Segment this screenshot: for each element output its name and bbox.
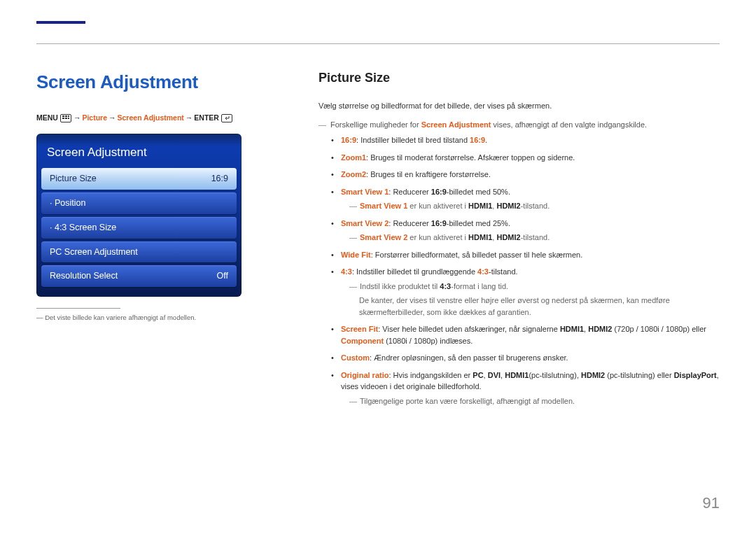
page-number: 91 — [703, 491, 720, 514]
osd-row-pc-screen-adjustment[interactable]: PC Screen Adjustment — [41, 241, 237, 263]
osd-row-label: PC Screen Adjustment — [50, 246, 138, 259]
option-wide-fit: Wide Fit: Forstørrer billedformatet, så … — [331, 249, 724, 261]
svg-rect-0 — [62, 115, 64, 117]
options-list: 16:9: Indstiller billedet til bred tilst… — [318, 134, 724, 407]
option-169: 16:9: Indstiller billedet til bred tilst… — [331, 134, 724, 146]
breadcrumb-enter: ENTER — [194, 113, 219, 124]
option-custom: Custom: Ændrer opløsningen, så den passe… — [331, 352, 724, 364]
option-zoom1: Zoom1: Bruges til moderat forstørrelse. … — [331, 152, 724, 164]
option-43: 4:3: Indstiller billedet til grundlæggen… — [331, 266, 724, 318]
right-column: Picture Size Vælg størrelse og billedfor… — [318, 69, 724, 412]
option-zoom2: Zoom2: Bruges til en kraftigere forstørr… — [331, 169, 724, 181]
option-smart-view-2: Smart View 2: Reducerer 16:9-billedet me… — [331, 218, 724, 244]
osd-row-43-screen-size[interactable]: · 4:3 Screen Size — [41, 217, 237, 239]
breadcrumb-picture: Picture — [82, 113, 107, 124]
menu-icon — [60, 114, 71, 122]
breadcrumb-screen-adjustment: Screen Adjustment — [118, 113, 184, 124]
breadcrumb-arrow: → — [74, 113, 81, 124]
osd-note-dash: ― — [36, 314, 45, 321]
intro-text: Vælg størrelse og billedformat for det b… — [318, 100, 724, 112]
enter-icon — [221, 114, 232, 122]
header-accent-bar — [36, 21, 85, 24]
sub-note-line2: De kanter, der vises til venstre eller h… — [359, 295, 724, 318]
svg-rect-4 — [65, 118, 67, 119]
osd-panel: Screen Adjustment Picture Size 16:9 · Po… — [36, 134, 241, 297]
option-smart-view-1: Smart View 1: Reducerer 16:9-billedet me… — [331, 186, 724, 212]
osd-row-resolution-select[interactable]: Resolution Select Off — [41, 265, 237, 287]
content-heading: Picture Size — [318, 69, 724, 87]
breadcrumb-arrow: → — [108, 113, 116, 124]
svg-rect-3 — [62, 118, 64, 119]
intro-note-post: vises, afhængigt af den valgte indgangsk… — [491, 120, 647, 129]
intro-note-pre: Forskellige muligheder for — [330, 120, 421, 129]
section-heading: Screen Adjustment — [36, 69, 271, 96]
intro-note-keyword: Screen Adjustment — [421, 120, 491, 129]
osd-row-label: · Position — [50, 197, 85, 210]
sub-note: ― Tilgængelige porte kan være forskellig… — [349, 395, 724, 407]
option-screen-fit: Screen Fit: Viser hele billedet uden afs… — [331, 323, 724, 346]
osd-footnote: ― Det viste billede kan variere afhængig… — [36, 297, 241, 328]
osd-row-position[interactable]: · Position — [41, 192, 237, 214]
osd-title: Screen Adjustment — [41, 139, 237, 169]
svg-rect-5 — [68, 118, 69, 119]
osd-row-value: 16:9 — [211, 172, 228, 185]
svg-rect-1 — [65, 115, 67, 117]
svg-rect-2 — [68, 115, 69, 117]
osd-row-value: Off — [217, 269, 228, 283]
breadcrumb-arrow: → — [186, 113, 193, 124]
osd-row-label: Picture Size — [50, 172, 97, 185]
sub-note: ― Smart View 2 er kun aktiveret i HDMI1,… — [349, 232, 724, 244]
note-dash-icon: ― — [318, 119, 326, 131]
option-original-ratio: Original ratio: Hvis indgangskilden er P… — [331, 370, 724, 407]
osd-row-label: · 4:3 Screen Size — [50, 221, 116, 234]
breadcrumb: MENU → Picture → Screen Adjustment → ENT… — [36, 113, 271, 124]
osd-row-picture-size[interactable]: Picture Size 16:9 — [41, 168, 237, 190]
sub-note: ― Smart View 1 er kun aktiveret i HDMI1,… — [349, 200, 724, 212]
header-divider-line — [36, 43, 720, 44]
osd-note-text: Det viste billede kan variere afhængigt … — [45, 314, 196, 321]
osd-row-label: Resolution Select — [50, 269, 118, 283]
sub-note: ― Indstil ikke produktet til 4:3-format … — [349, 281, 724, 293]
breadcrumb-menu: MENU — [36, 113, 58, 124]
intro-note: ― Forskellige muligheder for Screen Adju… — [318, 119, 724, 131]
left-column: Screen Adjustment MENU → Picture → Scree… — [36, 69, 271, 328]
